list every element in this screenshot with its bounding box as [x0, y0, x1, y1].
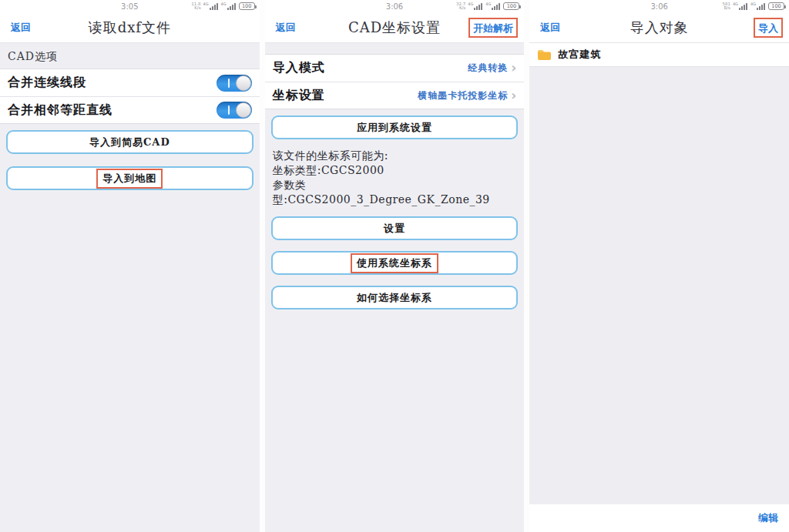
info-line: 参数类型:CGCS2000_3_Degree_GK_Zone_39: [273, 178, 517, 207]
signal-icon: 4G: [221, 2, 237, 10]
toggle-row-merge-equidistant: 合并相邻等距直线: [0, 96, 260, 123]
content-area: CAD选项 合并连续线段 合并相邻等距直线 导入到简易CAD 导入到地图: [0, 43, 260, 532]
signal-icon: 4G: [468, 2, 483, 10]
how-to-choose-coordinate-button[interactable]: 如何选择坐标系: [271, 286, 519, 309]
coordinate-info-text: 该文件的坐标系可能为: 坐标类型:CGCS2000 参数类型:CGCS2000_…: [265, 139, 525, 210]
toggle-switch-on[interactable]: [217, 75, 252, 92]
status-time: 3:05: [121, 2, 138, 11]
status-bar: 3:06 32.7K/s 4G 4G 100: [265, 0, 525, 12]
toggle-label: 合并连续线段: [8, 75, 86, 91]
network-speed: 581B/s: [722, 2, 730, 10]
page-title: 读取dxf文件: [0, 18, 260, 37]
toggle-row-merge-lines: 合并连续线段: [0, 69, 260, 96]
chevron-right-icon: ›: [511, 62, 516, 75]
signal-icon: 4G: [485, 2, 501, 10]
import-to-map-button[interactable]: 导入到地图: [6, 166, 253, 190]
row-value: 横轴墨卡托投影坐标: [418, 89, 508, 102]
battery-icon: 100: [503, 2, 519, 10]
edit-button[interactable]: 编辑: [758, 511, 778, 525]
info-line: 坐标类型:CGCS2000: [273, 163, 517, 178]
signal-icon: 4G: [750, 2, 766, 10]
status-time: 3:06: [386, 2, 403, 11]
coordinate-settings-row[interactable]: 坐标设置 横轴墨卡托投影坐标 ›: [265, 82, 525, 109]
battery-icon: 100: [768, 2, 784, 10]
annotation-highlight-box: 导入: [754, 18, 783, 38]
settings-button[interactable]: 设置: [271, 216, 519, 240]
toggle-switch-on[interactable]: [217, 102, 252, 119]
signal-icon: 4G: [203, 2, 219, 10]
settings-group: 导入模式 经典转换 › 坐标设置 横轴墨卡托投影坐标 ›: [265, 54, 525, 109]
content-area: 故宫建筑 编辑: [529, 43, 789, 532]
screen-cad-coordinate-settings: 3:06 32.7K/s 4G 4G 100 返回 CAD坐标设置 开始解析 导…: [265, 0, 525, 532]
network-speed: 32.7K/s: [456, 2, 465, 10]
bottom-toolbar: 编辑: [529, 504, 789, 532]
toggle-label: 合并相邻等距直线: [8, 102, 112, 119]
annotation-highlight-box: 使用系统坐标系: [351, 253, 438, 273]
apply-to-system-settings-button[interactable]: 应用到系统设置: [271, 115, 519, 139]
status-indicators: 11.8K/s 4G 4G 100: [191, 0, 254, 12]
row-label: 坐标设置: [273, 88, 325, 104]
start-parse-button[interactable]: 开始解析: [473, 22, 513, 34]
use-system-coordinate-button[interactable]: 使用系统坐标系: [271, 251, 519, 275]
nav-bar: 返回 读取dxf文件: [0, 12, 260, 43]
network-speed: 11.8K/s: [191, 2, 200, 10]
import-mode-row[interactable]: 导入模式 经典转换 ›: [265, 55, 525, 82]
cad-options-group: 合并连续线段 合并相邻等距直线: [0, 69, 260, 124]
screen-import-objects: 3:06 581B/s 4G 4G 100 返回 导入对象 导入: [529, 0, 789, 532]
empty-list-area: [529, 67, 789, 504]
nav-bar: 返回 导入对象 导入: [529, 12, 789, 43]
content-area: 导入模式 经典转换 › 坐标设置 横轴墨卡托投影坐标 › 应用到系统设置 该文件…: [265, 43, 525, 532]
signal-icon: 4G: [733, 2, 748, 10]
nav-bar: 返回 CAD坐标设置 开始解析: [265, 12, 525, 43]
toggle-knob: [236, 102, 251, 118]
row-value: 经典转换: [468, 62, 508, 75]
page-title: 导入对象: [529, 18, 789, 37]
status-indicators: 581B/s 4G 4G 100: [722, 0, 784, 12]
annotation-highlight-box: 开始解析: [468, 18, 518, 38]
import-to-simple-cad-button[interactable]: 导入到简易CAD: [6, 130, 253, 154]
toggle-knob: [236, 75, 251, 91]
annotation-highlight-box: 导入到地图: [96, 169, 163, 189]
row-label: 导入模式: [273, 60, 325, 76]
back-button[interactable]: 返回: [11, 21, 31, 35]
chevron-right-icon: ›: [511, 89, 516, 102]
folder-icon: [537, 49, 552, 61]
status-time: 3:06: [650, 2, 667, 11]
section-header: CAD选项: [0, 43, 260, 69]
back-button[interactable]: 返回: [540, 21, 560, 35]
status-bar: 3:05 11.8K/s 4G 4G 100: [0, 0, 260, 12]
folder-list-item[interactable]: 故宫建筑: [529, 43, 789, 67]
back-button[interactable]: 返回: [276, 21, 296, 35]
screen-read-dxf: 3:05 11.8K/s 4G 4G 100 返回 读取dxf文件 CAD选项 …: [0, 0, 260, 532]
folder-name: 故宫建筑: [558, 48, 601, 62]
info-line: 该文件的坐标系可能为:: [273, 149, 517, 163]
battery-icon: 100: [239, 2, 255, 10]
status-indicators: 32.7K/s 4G 4G 100: [456, 0, 519, 12]
status-bar: 3:06 581B/s 4G 4G 100: [529, 0, 789, 12]
import-button[interactable]: 导入: [758, 22, 778, 34]
